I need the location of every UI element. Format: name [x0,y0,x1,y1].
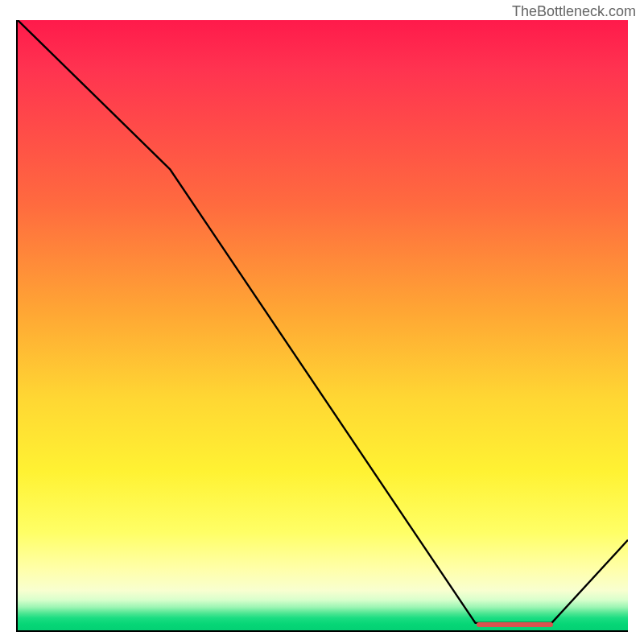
bottleneck-curve [18,20,628,630]
curve-path [18,20,628,623]
chart-container: TheBottleneck.com [0,0,644,644]
plot-area [16,20,628,632]
attribution-label: TheBottleneck.com [512,3,636,20]
optimal-range-marker [477,622,553,627]
